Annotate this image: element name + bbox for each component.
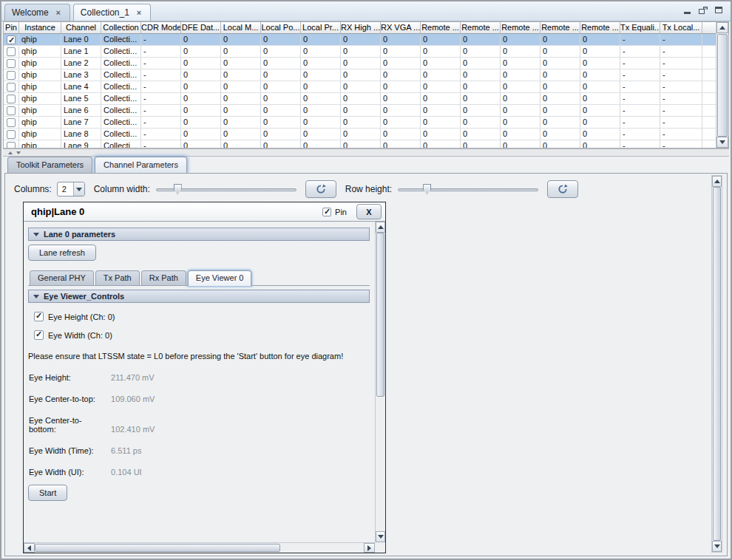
column-width-slider[interactable] [156, 183, 296, 195]
table-cell[interactable]: 0 [341, 140, 381, 148]
column-header[interactable]: Channel [61, 22, 101, 33]
row-pin-checkbox[interactable] [7, 130, 16, 139]
table-cell[interactable]: qhip [19, 105, 61, 116]
table-cell[interactable]: 0 [181, 117, 221, 128]
chevron-down-icon[interactable] [73, 182, 84, 196]
float-icon[interactable] [699, 7, 708, 14]
table-cell[interactable]: - [620, 105, 660, 116]
row-height-refresh-button[interactable] [547, 180, 578, 198]
column-header[interactable]: Remote ... [580, 22, 620, 33]
table-cell[interactable]: qhip [19, 117, 61, 128]
table-cell[interactable]: - [620, 81, 660, 92]
table-cell[interactable]: 0 [261, 58, 301, 69]
table-cell[interactable]: 0 [181, 34, 221, 45]
table-cell[interactable]: 0 [381, 105, 421, 116]
table-cell[interactable]: 0 [301, 129, 341, 140]
scroll-thumb[interactable] [717, 34, 728, 137]
table-cell[interactable]: 0 [540, 140, 580, 148]
column-header[interactable]: Local Po... [261, 22, 301, 33]
table-cell[interactable]: 0 [461, 93, 501, 104]
table-cell[interactable]: 0 [540, 93, 580, 104]
scroll-thumb[interactable] [713, 187, 721, 541]
table-cell[interactable]: 0 [501, 129, 540, 140]
table-cell[interactable]: 0 [181, 93, 221, 104]
table-cell[interactable]: 0 [341, 69, 381, 81]
table-cell[interactable]: 0 [181, 129, 221, 140]
column-header[interactable]: Remote ... [461, 22, 501, 33]
table-cell[interactable]: 0 [501, 81, 540, 92]
table-cell[interactable]: 0 [381, 34, 421, 45]
close-icon[interactable]: × [54, 8, 63, 17]
table-cell[interactable]: 0 [221, 34, 261, 45]
table-cell[interactable]: 0 [501, 93, 540, 104]
table-cell[interactable]: - [660, 140, 702, 148]
column-header[interactable]: Local M... [221, 22, 261, 33]
table-cell[interactable]: 0 [221, 129, 261, 140]
table-cell[interactable]: Collecti... [101, 81, 141, 92]
eye-height-checkbox[interactable] [34, 312, 44, 321]
tab-collection-1[interactable]: Collection_1 × [73, 4, 151, 21]
column-header[interactable]: CDR Mode [141, 22, 181, 33]
table-cell[interactable]: 0 [540, 58, 580, 69]
table-cell[interactable]: Collecti... [101, 117, 141, 128]
table-cell[interactable]: - [141, 69, 181, 81]
table-cell[interactable]: - [660, 81, 702, 92]
scroll-thumb[interactable] [376, 233, 384, 397]
table-cell[interactable]: 0 [301, 117, 341, 128]
scroll-up-arrow[interactable] [376, 222, 385, 233]
table-cell[interactable]: Lane 4 [61, 81, 101, 92]
card-horizontal-scrollbar[interactable] [24, 542, 375, 553]
table-cell[interactable]: qhip [19, 93, 61, 104]
table-cell[interactable]: 0 [381, 46, 421, 57]
column-width-refresh-button[interactable] [305, 180, 336, 198]
table-cell[interactable]: - [141, 58, 181, 69]
table-cell[interactable]: 0 [540, 69, 580, 81]
maximize-icon[interactable] [714, 7, 723, 14]
eye-viewer-controls-section-header[interactable]: Eye Viewer_Controls [28, 290, 370, 303]
splitter-collapse-down-icon[interactable] [16, 151, 21, 154]
table-cell[interactable]: 0 [580, 58, 620, 69]
table-cell[interactable]: - [660, 69, 702, 81]
column-header[interactable]: Tx Equali... [620, 22, 660, 33]
table-cell[interactable]: 0 [501, 34, 540, 45]
table-cell[interactable]: 0 [221, 46, 261, 57]
start-button[interactable]: Start [28, 485, 67, 501]
table-cell[interactable]: - [141, 140, 181, 148]
table-cell[interactable]: 0 [580, 69, 620, 81]
table-cell[interactable]: 0 [341, 34, 381, 45]
table-cell[interactable]: 0 [421, 34, 461, 45]
scroll-down-arrow[interactable] [712, 541, 722, 552]
column-header[interactable]: RX High ... [341, 22, 381, 33]
table-row[interactable]: qhipLane 3Collecti...-00000000000-- [4, 69, 716, 81]
row-pin-checkbox[interactable] [7, 106, 16, 115]
table-cell[interactable]: qhip [19, 140, 61, 148]
table-cell[interactable]: 0 [461, 81, 501, 92]
table-cell[interactable]: Collecti... [101, 140, 141, 148]
table-cell[interactable]: Lane 3 [61, 69, 101, 81]
table-cell[interactable]: 0 [540, 46, 580, 57]
table-cell[interactable]: - [620, 46, 660, 57]
table-cell[interactable]: 0 [501, 140, 540, 148]
column-header[interactable]: Local Pr... [301, 22, 341, 33]
table-cell[interactable]: Lane 7 [61, 117, 101, 128]
column-header[interactable]: Remote ... [421, 22, 461, 33]
table-cell[interactable]: 0 [501, 69, 540, 81]
table-cell[interactable]: 0 [301, 69, 341, 81]
table-cell[interactable]: 0 [341, 105, 381, 116]
table-cell[interactable]: 0 [540, 129, 580, 140]
table-cell[interactable]: 0 [580, 140, 620, 148]
table-cell[interactable]: 0 [421, 46, 461, 57]
row-pin-checkbox[interactable] [7, 71, 16, 80]
tab-general-phy[interactable]: General PHY [30, 270, 94, 285]
card-vertical-scrollbar[interactable] [375, 222, 385, 542]
lane-refresh-button[interactable]: Lane refresh [28, 245, 96, 261]
panel-vertical-scrollbar[interactable] [711, 175, 722, 553]
table-cell[interactable]: 0 [221, 93, 261, 104]
table-cell[interactable]: - [620, 34, 660, 45]
table-cell[interactable]: 0 [421, 129, 461, 140]
table-cell[interactable]: 0 [181, 105, 221, 116]
table-cell[interactable]: - [660, 117, 702, 128]
column-header[interactable]: DFE Dat... [181, 22, 221, 33]
table-row[interactable]: qhipLane 5Collecti...-00000000000-- [4, 93, 716, 105]
table-cell[interactable]: 0 [580, 105, 620, 116]
